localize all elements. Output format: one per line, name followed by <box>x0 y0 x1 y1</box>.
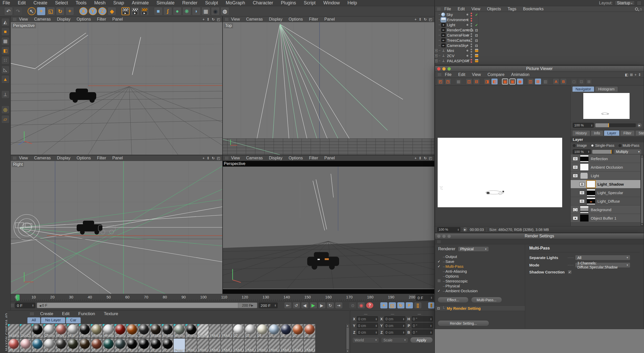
add-cube-icon[interactable]: ■ <box>154 7 163 15</box>
scroll-up-icon[interactable]: ▲ <box>641 155 643 157</box>
compare-a-icon[interactable]: ▣ <box>502 78 508 85</box>
edges-mode-icon[interactable]: ◺ <box>1 66 10 74</box>
navigator-tab[interactable]: Navigator <box>572 86 594 92</box>
layer-visibility-icon[interactable]: ⊙ <box>573 165 578 169</box>
viewport-menu-item[interactable]: Filter <box>309 17 318 22</box>
ab-vertical-icon[interactable]: ◫ <box>527 78 534 85</box>
material-thumbnail[interactable]: HubRus <box>8 324 20 338</box>
material-thumbnail[interactable]: PMat Pa <box>221 338 233 352</box>
layer-row[interactable]: ⊙ Light_Shadow <box>571 180 640 188</box>
play-small-icon[interactable]: ▶ <box>463 227 467 232</box>
scroll-down-icon[interactable]: ▼ <box>641 223 643 226</box>
material-thumbnail[interactable]: Dust2 <box>20 324 31 338</box>
material-thumbnail[interactable]: Body <box>55 324 67 338</box>
zoom-slider[interactable] <box>595 123 636 127</box>
material-thumbnail[interactable]: 15 <box>79 338 91 352</box>
viewport-menu-item[interactable]: Filter <box>97 17 106 22</box>
visibility-dots-icon[interactable] <box>471 18 472 22</box>
navigator-tab[interactable]: Histogram <box>595 86 618 92</box>
stepper-icon[interactable] <box>32 304 33 307</box>
viewport-menu-item[interactable]: Options <box>289 156 303 160</box>
single-view-icon[interactable]: ◧ <box>625 73 628 77</box>
layer-row[interactable]: ⊙ Light_Diffuse <box>571 197 640 205</box>
menubar-item[interactable]: Help <box>348 0 357 6</box>
interface-icon[interactable] <box>637 1 641 5</box>
material-thumbnail[interactable]: 12 <box>43 338 55 352</box>
points-mode-icon[interactable]: ∷ <box>1 56 10 64</box>
viewport-menu-item[interactable]: Options <box>289 17 303 22</box>
material-thumbnail[interactable]: GlassRe <box>114 324 126 338</box>
pan-icon[interactable]: + <box>634 73 637 77</box>
viewport-canvas[interactable] <box>223 22 434 155</box>
drag-handle-icon[interactable] <box>30 312 34 316</box>
layer-mode-radio[interactable]: Multi-Pass <box>619 143 639 148</box>
workplane-mode-icon[interactable]: ◧ <box>1 47 10 55</box>
layer-dot-icon[interactable] <box>466 29 468 31</box>
material-thumbnail[interactable]: PMat Pa <box>256 338 268 352</box>
render-settings-tree-item[interactable]: – Physical <box>435 283 525 288</box>
viewport-menu-item[interactable]: View <box>231 17 240 22</box>
object-row[interactable]: + – ⊥ PALASPORT <box>435 58 644 63</box>
viewport-canvas[interactable] <box>11 22 222 155</box>
set-b-icon[interactable]: B <box>560 78 567 85</box>
expand-icon[interactable]: + <box>435 54 437 57</box>
ab-text-icon[interactable]: ▥ <box>542 78 549 85</box>
prev-key-button[interactable]: ↺ <box>293 302 300 309</box>
key-position-toggle[interactable]: + <box>380 302 388 309</box>
keyframe-help-button[interactable]: ? <box>366 302 374 309</box>
render-preset-name[interactable]: My Render Setting <box>447 306 481 311</box>
stepper-icon[interactable] <box>376 324 377 327</box>
fit-icon[interactable]: ⇕ <box>638 73 641 77</box>
material-thumbnail[interactable]: Tire <box>138 324 150 338</box>
object-tag-icon[interactable] <box>474 28 479 32</box>
expand-icon[interactable]: + <box>435 49 437 52</box>
zoom-window-icon[interactable] <box>447 235 451 238</box>
select-tool-icon[interactable]: ↖ <box>27 7 36 15</box>
position-field[interactable]: 0 cm <box>357 316 378 322</box>
layer-dot-icon[interactable] <box>466 55 468 57</box>
viewport-menu-item[interactable]: Filter <box>309 156 318 160</box>
goto-start-button[interactable]: ⇤ <box>284 302 292 309</box>
stepper-icon[interactable] <box>430 324 431 327</box>
layer-name[interactable]: Reflection <box>591 157 608 161</box>
material-thumbnail[interactable]: PMat Pa <box>268 338 280 352</box>
material-thumbnail[interactable]: PMat Pa <box>280 338 292 352</box>
checkbox-icon[interactable] <box>435 264 443 268</box>
navigator-thumbnail[interactable] <box>583 93 630 119</box>
zoom-level-field[interactable]: 100 % <box>573 123 594 128</box>
size-field[interactable]: 0 cm <box>384 316 405 322</box>
stepper-icon[interactable] <box>403 324 404 327</box>
material-thumbnail[interactable]: 11 <box>31 338 43 352</box>
current-frame-field[interactable]: 0 F <box>15 303 35 308</box>
axis-mode-icon[interactable]: ⊥ <box>1 90 10 99</box>
picture-viewer-menu-item[interactable]: Edit <box>458 72 465 77</box>
inspector-tab[interactable]: Filter <box>620 130 635 136</box>
viewport-menu-item[interactable]: Options <box>77 17 91 22</box>
object-row[interactable]: + – ∞ TreesCamera <box>435 38 644 43</box>
layer-dot-icon[interactable] <box>466 19 468 21</box>
object-row[interactable]: + – ⊥ 2CV <box>435 53 644 58</box>
object-tag-icon[interactable] <box>474 12 479 17</box>
material-thumbnail[interactable]: 05 <box>268 324 280 338</box>
workplane-lock-icon[interactable]: ▱ <box>1 115 10 123</box>
material-menu-item[interactable]: Edit <box>62 311 69 316</box>
zoom-view-icon[interactable]: ⇕ <box>419 17 422 21</box>
material-thumbnail[interactable]: 10 <box>20 338 31 352</box>
link-2-icon[interactable]: ⊡ <box>578 78 585 85</box>
layer-name[interactable]: Light_Specular <box>597 191 623 195</box>
position-field[interactable]: 0 cm <box>357 330 378 335</box>
scroll-down-icon[interactable]: ▼ <box>347 350 349 352</box>
stepper-icon[interactable] <box>275 304 276 307</box>
layer-opacity-slider[interactable] <box>592 150 612 154</box>
viewport-menu-item[interactable]: Display <box>57 156 70 160</box>
compare-anim-icon[interactable]: ◉ <box>517 78 523 85</box>
layer-visibility-icon[interactable]: ⊙ <box>579 182 585 186</box>
layer-dot-icon[interactable] <box>466 50 468 51</box>
object-manager-menu-item[interactable]: Tags <box>508 7 516 11</box>
apply-button[interactable]: Apply <box>410 337 433 343</box>
layer-row[interactable]: ◯ Background <box>571 205 640 214</box>
menubar-item[interactable]: Character <box>253 0 273 6</box>
save-icon[interactable]: ◳ <box>445 78 451 85</box>
layer-name[interactable]: Ambient Occlusion <box>591 165 623 169</box>
material-menu-item[interactable]: Create <box>40 311 53 316</box>
